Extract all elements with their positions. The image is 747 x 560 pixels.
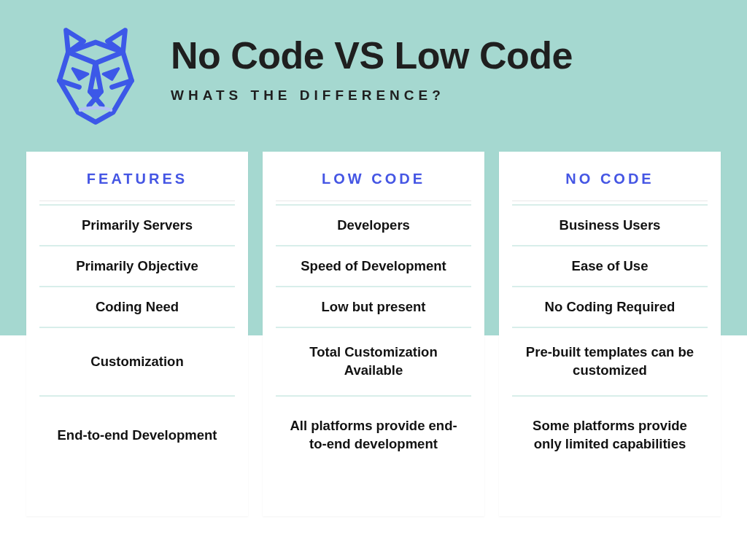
page-subtitle: WHATS THE DIFFERENCE? — [171, 88, 573, 104]
cell-text: Total Customization Available — [276, 343, 471, 380]
table-row: Developers — [276, 204, 471, 246]
table-row: Speed of Development — [276, 245, 471, 287]
cell-text: End-to-end Development — [39, 427, 235, 445]
column-low-code-header: LOW CODE — [276, 171, 471, 201]
table-row: End-to-end Development — [39, 395, 235, 474]
page-title: No Code VS Low Code — [171, 34, 573, 77]
cell-text: Low but present — [276, 298, 471, 316]
cell-text: All platforms provide end-to-end develop… — [276, 417, 471, 454]
table-row: Primarily Servers — [39, 204, 235, 246]
cell-text: Primarily Objective — [39, 257, 235, 276]
cell-text: Coding Need — [39, 298, 235, 316]
header: No Code VS Low Code WHATS THE DIFFERENCE… — [0, 0, 747, 130]
column-features: FEATURES Primarily Servers Primarily Obj… — [26, 152, 248, 516]
cell-text: Some platforms provide only limited capa… — [512, 417, 708, 454]
cell-text: Business Users — [512, 217, 708, 235]
table-row: Some platforms provide only limited capa… — [512, 395, 708, 474]
title-block: No Code VS Low Code WHATS THE DIFFERENCE… — [171, 34, 573, 104]
table-row: No Coding Required — [512, 286, 708, 328]
cell-text: Developers — [276, 217, 471, 235]
table-row: All platforms provide end-to-end develop… — [276, 395, 471, 474]
table-row: Coding Need — [39, 286, 235, 328]
tiger-logo-icon — [41, 20, 150, 130]
table-row: Customization — [39, 327, 235, 397]
cell-text: Primarily Servers — [39, 217, 235, 235]
table-row: Pre-built templates can be customized — [512, 327, 708, 397]
column-no-code: NO CODE Business Users Ease of Use No Co… — [499, 152, 721, 516]
table-row: Primarily Objective — [39, 245, 235, 287]
cell-text: Speed of Development — [276, 257, 471, 276]
comparison-columns: FEATURES Primarily Servers Primarily Obj… — [0, 152, 747, 516]
cell-text: Ease of Use — [512, 257, 708, 276]
column-features-header: FEATURES — [39, 171, 235, 201]
table-row: Ease of Use — [512, 245, 708, 287]
table-row: Business Users — [512, 204, 708, 246]
cell-text: No Coding Required — [512, 298, 708, 316]
column-no-code-header: NO CODE — [512, 171, 708, 201]
table-row: Low but present — [276, 286, 471, 328]
column-low-code: LOW CODE Developers Speed of Development… — [263, 152, 484, 516]
cell-text: Customization — [39, 353, 235, 371]
table-row: Total Customization Available — [276, 327, 471, 397]
cell-text: Pre-built templates can be customized — [512, 343, 708, 380]
